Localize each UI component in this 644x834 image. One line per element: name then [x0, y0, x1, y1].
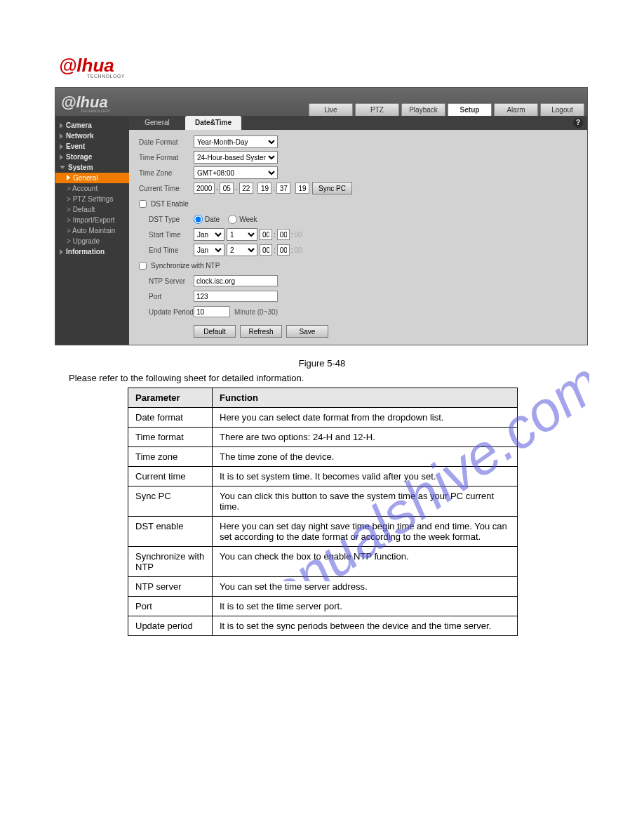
cur-hour-input[interactable] [257, 183, 271, 194]
dst-type-date-radio[interactable] [194, 215, 203, 224]
cur-day-input[interactable] [239, 183, 253, 194]
sidebar-network[interactable]: Network [55, 131, 129, 141]
ntp-sync-checkbox[interactable] [139, 262, 147, 270]
ntp-server-input[interactable] [194, 275, 278, 286]
end-day-select[interactable]: 2 [227, 244, 257, 256]
label-time-zone: Time Zone [139, 169, 194, 177]
tab-alarm[interactable]: Alarm [494, 103, 538, 116]
param-name: Current time [128, 467, 213, 486]
param-desc: Here you can select date format from the… [213, 408, 518, 428]
sidebar-general[interactable]: General [55, 173, 129, 183]
sidebar-ptz-settings[interactable]: PTZ Settings [55, 194, 129, 204]
param-desc: You can set the time server address. [213, 577, 518, 597]
label-dst-type: DST Type [149, 216, 194, 223]
app-window: @lhua TECHNOLOGY Live PTZ Playback Setup… [55, 87, 588, 345]
label-end-time: End Time [149, 246, 194, 254]
cur-month-input[interactable] [220, 183, 234, 194]
intro-text: Please refer to the following sheet for … [69, 373, 644, 383]
dst-type-week-label: Week [239, 216, 257, 223]
label-update-period: Update Period [149, 308, 194, 316]
start-day-select[interactable]: 1 [227, 228, 257, 241]
sidebar-auto-maintain[interactable]: Auto Maintain [55, 225, 129, 236]
sync-pc-button[interactable]: Sync PC [312, 182, 352, 194]
label-start-time: Start Time [149, 231, 194, 239]
param-name: Time format [128, 428, 213, 447]
sidebar-event[interactable]: Event [55, 141, 129, 152]
subtab-date-time[interactable]: Date&Time [185, 116, 241, 130]
param-desc: It is to set the sync periods between th… [213, 616, 518, 636]
param-desc: You can click this button to save the sy… [213, 486, 518, 517]
subtab-general[interactable]: General [129, 116, 185, 130]
ntp-port-input[interactable] [194, 291, 278, 302]
tab-playback[interactable]: Playback [401, 103, 445, 116]
time-format-select[interactable]: 24-Hour-based System [194, 151, 278, 164]
param-desc: You can check the box to enable NTP func… [213, 547, 518, 577]
param-desc: Here you can set day night save time beg… [213, 517, 518, 547]
table-row: Sync PCYou can click this button to save… [128, 486, 518, 517]
parameters-table: Parameter Function Date formatHere you c… [128, 388, 518, 636]
label-dst-enable: DST Enable [151, 200, 189, 208]
figure-caption: Figure 5-48 [0, 358, 644, 369]
label-sync-ntp: Synchronize with NTP [151, 262, 220, 270]
label-current-time: Current Time [139, 185, 194, 192]
default-button[interactable]: Default [194, 325, 236, 338]
th-function: Function [213, 388, 518, 408]
table-row: Update periodIt is to set the sync perio… [128, 616, 518, 636]
table-row: Time formatThere are two options: 24-H a… [128, 428, 518, 447]
param-desc: It is to set system time. It becomes val… [213, 467, 518, 486]
help-icon[interactable]: ? [573, 118, 583, 128]
label-time-format: Time Format [139, 154, 194, 161]
refresh-button[interactable]: Refresh [240, 325, 282, 338]
param-name: Update period [128, 616, 213, 636]
update-period-input[interactable] [194, 306, 230, 317]
label-ntp-server: NTP Server [149, 277, 194, 285]
table-row: Synchronize with NTPYou can check the bo… [128, 547, 518, 577]
table-row: Date formatHere you can select date form… [128, 408, 518, 428]
cur-sec-input[interactable] [295, 183, 309, 194]
param-name: Sync PC [128, 486, 213, 517]
cur-year-input[interactable] [194, 183, 215, 194]
date-format-select[interactable]: Year-Month-Day [194, 135, 278, 148]
end-sec-static: 00 [295, 246, 302, 254]
sidebar: Camera Network Event Storage System Gene… [55, 116, 129, 345]
sub-tab-bar: General Date&Time [129, 116, 587, 130]
end-hour-input[interactable] [260, 244, 272, 256]
sidebar-import-export[interactable]: Import/Export [55, 215, 129, 225]
minute-range-label: Minute (0~30) [234, 308, 278, 316]
dst-type-date-label: Date [205, 216, 220, 223]
dst-enable-checkbox[interactable] [139, 200, 147, 208]
sidebar-camera[interactable]: Camera [55, 120, 129, 131]
table-row: Current timeIt is to set system time. It… [128, 467, 518, 486]
tab-live[interactable]: Live [309, 103, 353, 116]
tab-setup[interactable]: Setup [448, 103, 492, 116]
param-desc: The time zone of the device. [213, 447, 518, 467]
sidebar-default[interactable]: Default [55, 204, 129, 215]
main-tabs: Live PTZ Playback Setup Alarm Logout [309, 103, 584, 116]
start-month-select[interactable]: Jan [194, 228, 224, 241]
label-port: Port [149, 293, 194, 300]
tab-ptz[interactable]: PTZ [355, 103, 399, 116]
end-month-select[interactable]: Jan [194, 244, 224, 256]
sidebar-information[interactable]: Information [55, 246, 129, 257]
table-row: NTP serverYou can set the time server ad… [128, 577, 518, 597]
sidebar-system[interactable]: System [55, 162, 129, 173]
start-hour-input[interactable] [260, 229, 272, 240]
start-min-input[interactable] [277, 229, 290, 240]
param-name: Synchronize with NTP [128, 547, 213, 577]
param-desc: It is to set the time server port. [213, 597, 518, 616]
table-row: Time zoneThe time zone of the device. [128, 447, 518, 467]
cur-min-input[interactable] [276, 183, 290, 194]
dst-type-week-radio[interactable] [228, 215, 237, 224]
sidebar-upgrade[interactable]: Upgrade [55, 236, 129, 246]
sidebar-storage[interactable]: Storage [55, 152, 129, 162]
sidebar-account[interactable]: Account [55, 183, 129, 194]
param-name: Port [128, 597, 213, 616]
end-min-input[interactable] [277, 244, 290, 256]
app-logo: @lhua TECHNOLOGY [61, 93, 110, 113]
save-button[interactable]: Save [286, 325, 328, 338]
time-zone-select[interactable]: GMT+08:00 [194, 166, 278, 179]
tab-logout[interactable]: Logout [540, 103, 584, 116]
brand-logo: lhua TECHNOLOGY [59, 55, 157, 77]
start-sec-static: 00 [295, 231, 302, 239]
table-row: PortIt is to set the time server port. [128, 597, 518, 616]
